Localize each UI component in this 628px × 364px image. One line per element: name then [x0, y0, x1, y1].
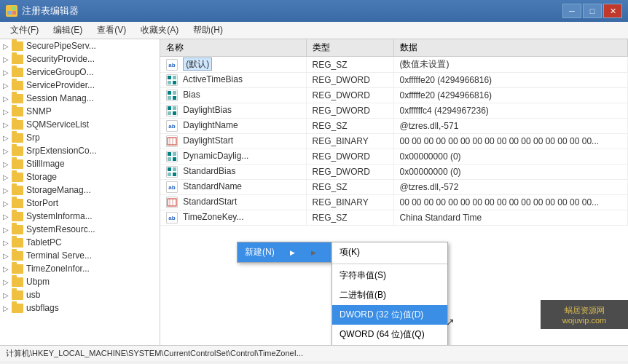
folder-icon	[12, 238, 23, 248]
svg-rect-12	[168, 106, 171, 110]
expand-icon: ▷	[0, 160, 12, 168]
table-row[interactable]: ab TimeZoneKey... REG_SZ China Standard …	[160, 210, 628, 226]
submenu-label: DWORD (32 位)值(D)	[339, 309, 423, 320]
reg-type: REG_DWORD	[306, 165, 393, 180]
folder-icon	[12, 304, 23, 313]
tree-item-terminalserve[interactable]: ▷ Terminal Serve...	[0, 249, 160, 262]
reg-data: 0x00000000 (0)	[393, 165, 628, 180]
menu-file[interactable]: 文件(F)	[3, 23, 46, 38]
title-controls[interactable]: ─ □ ✕	[562, 4, 622, 18]
expand-icon: ▷	[0, 291, 12, 299]
expand-icon: ▷	[0, 121, 12, 129]
table-row[interactable]: ab DaylightName REG_SZ @tzres.dll,-571	[160, 119, 628, 134]
reg-type: REG_SZ	[306, 119, 393, 134]
tree-item-srp[interactable]: ▷ Srp	[0, 131, 160, 144]
expand-icon: ▷	[0, 265, 12, 273]
minimize-button[interactable]: ─	[562, 4, 581, 18]
tree-label: StorPort	[26, 198, 58, 208]
maximize-button[interactable]: □	[583, 4, 602, 18]
folder-icon	[12, 55, 23, 64]
menu-edit[interactable]: 编辑(E)	[46, 23, 90, 38]
tree-item-timezoneinfor[interactable]: ▷ TimeZoneInfor...	[0, 262, 160, 275]
expand-icon: ▷	[0, 95, 12, 103]
submenu-item-qword[interactable]: QWORD (64 位)值(Q)	[332, 325, 447, 344]
submenu-item-binary[interactable]: 二进制值(B)	[332, 285, 447, 305]
svg-rect-3	[12, 11, 16, 15]
tree-item-servicegroupo[interactable]: ▷ ServiceGroupO...	[0, 66, 160, 79]
expand-icon: ▷	[0, 147, 12, 155]
tree-item-storport[interactable]: ▷ StorPort	[0, 197, 160, 210]
tree-item-srpextensionco[interactable]: ▷ SrpExtensionCo...	[0, 144, 160, 157]
tree-item-systeminforma[interactable]: ▷ SystemInforma...	[0, 210, 160, 223]
svg-rect-21	[168, 157, 171, 161]
tree-item-tabletpc[interactable]: ▷ TabletPC	[0, 236, 160, 249]
tree-label: Terminal Serve...	[26, 250, 92, 261]
tree-item-sqmservicelist[interactable]: ▷ SQMServiceList	[0, 118, 160, 131]
folder-icon	[12, 225, 23, 234]
menu-divider	[332, 264, 447, 264]
tree-item-ubpm[interactable]: ▷ Ubpm	[0, 275, 160, 288]
expand-icon: ▷	[0, 134, 12, 142]
main-content: ▷ SecurePipeServ... ▷ SecurityProvide...…	[0, 39, 628, 345]
tree-item-stillimage[interactable]: ▷ StillImage	[0, 157, 160, 170]
expand-icon: ▷	[0, 252, 12, 260]
folder-icon	[12, 107, 23, 116]
menu-help[interactable]: 帮助(H)	[186, 23, 230, 38]
folder-icon	[12, 264, 23, 274]
svg-rect-2	[12, 7, 16, 10]
table-row[interactable]: StandardBias REG_DWORD 0x00000000 (0)	[160, 165, 628, 180]
tree-item-usb[interactable]: ▷ usb	[0, 288, 160, 301]
tree-item-securityprovide[interactable]: ▷ SecurityProvide...	[0, 52, 160, 66]
table-row[interactable]: DynamicDaylig... REG_DWORD 0x00000000 (0…	[160, 149, 628, 165]
tree-item-systemresourc[interactable]: ▷ SystemResourc...	[0, 223, 160, 236]
reg-name: DaylightBias	[160, 103, 306, 119]
values-panel[interactable]: 名称 类型 数据 ab (默认) REG_SZ (数值未设置)	[160, 39, 628, 345]
tree-item-usbflags[interactable]: ▷ usbflags	[0, 301, 160, 314]
table-row[interactable]: ab (默认) REG_SZ (数值未设置)	[160, 57, 628, 73]
reg-type-icon	[166, 197, 178, 208]
tree-panel[interactable]: ▷ SecurePipeServ... ▷ SecurityProvide...…	[0, 39, 160, 345]
submenu-label: 二进制值(B)	[339, 290, 386, 300]
submenu[interactable]: 项(K) 字符串值(S) 二进制值(B) DWORD (32 位)值(D) ↗ …	[331, 242, 448, 345]
submenu-item-string[interactable]: 字符串值(S)	[332, 266, 447, 285]
reg-name: ab DaylightName	[160, 119, 306, 134]
reg-data: @tzres.dll,-571	[393, 119, 628, 134]
expand-icon: ▷	[0, 55, 12, 63]
tree-item-securepipeserv[interactable]: ▷ SecurePipeServ...	[0, 39, 160, 52]
tree-item-sessionmanag[interactable]: ▷ Session Manag...	[0, 92, 160, 105]
table-row[interactable]: ab StandardName REG_SZ @tzres.dll,-572	[160, 180, 628, 195]
tree-item-storagemanag[interactable]: ▷ StorageManag...	[0, 183, 160, 197]
expand-icon: ▷	[0, 278, 12, 286]
submenu-item-dword[interactable]: DWORD (32 位)值(D) ↗	[332, 305, 447, 325]
reg-name: StandardStart	[160, 195, 306, 210]
reg-name: DaylightStart	[160, 134, 306, 149]
tree-label: TimeZoneInfor...	[26, 264, 90, 274]
table-row[interactable]: DaylightStart REG_BINARY 00 00 00 00 00 …	[160, 134, 628, 149]
tree-label: Ubpm	[26, 277, 50, 287]
title-bar-left: 注册表编辑器	[6, 4, 79, 17]
tree-item-storage[interactable]: ▷ Storage	[0, 170, 160, 183]
expand-icon: ▷	[0, 213, 12, 221]
table-row[interactable]: DaylightBias REG_DWORD 0xffffffc4 (42949…	[160, 103, 628, 119]
submenu-item-xiang[interactable]: 项(K)	[332, 242, 447, 262]
folder-icon	[12, 199, 23, 208]
reg-type-icon	[166, 105, 178, 116]
close-button[interactable]: ✕	[603, 4, 622, 18]
reg-type: REG_SZ	[306, 180, 393, 195]
tree-label: SystemResourc...	[26, 224, 95, 234]
context-menu-new[interactable]: 新建(N) ▶	[238, 242, 331, 262]
table-row[interactable]: StandardStart REG_BINARY 00 00 00 00 00 …	[160, 195, 628, 210]
menu-view[interactable]: 查看(V)	[90, 23, 133, 38]
table-row[interactable]: Bias REG_DWORD 0xfffffe20 (4294966816)	[160, 88, 628, 103]
col-header-name: 名称	[160, 39, 306, 57]
tree-item-serviceprovider[interactable]: ▷ ServiceProvider...	[0, 79, 160, 92]
context-menu[interactable]: 新建(N) ▶	[237, 242, 331, 263]
menu-bar: 文件(F) 编辑(E) 查看(V) 收藏夹(A) 帮助(H)	[0, 22, 628, 39]
menu-favorites[interactable]: 收藏夹(A)	[133, 23, 186, 38]
tree-item-snmp[interactable]: ▷ SNMP	[0, 105, 160, 118]
reg-type: REG_DWORD	[306, 88, 393, 103]
svg-rect-20	[173, 152, 176, 156]
table-row[interactable]: ActiveTimeBias REG_DWORD 0xfffffe20 (429…	[160, 73, 628, 88]
expand-icon: ▷	[0, 226, 12, 234]
reg-data: (数值未设置)	[393, 57, 628, 73]
